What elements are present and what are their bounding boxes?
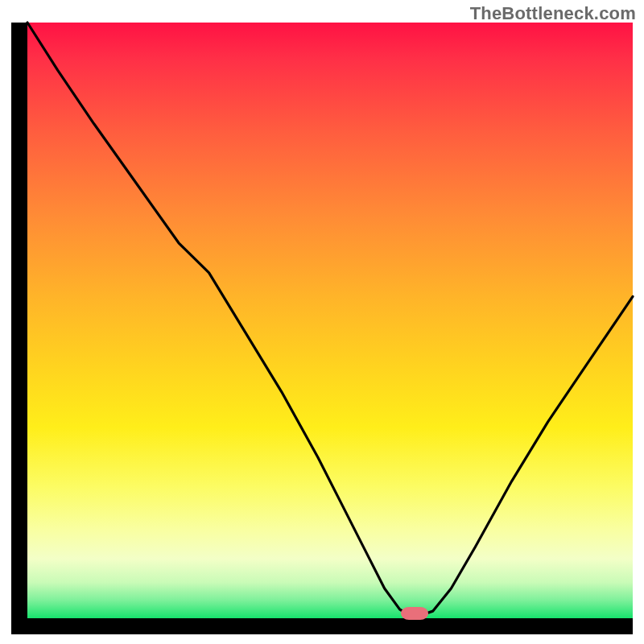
watermark-label: TheBottleneck.com (470, 3, 636, 24)
bottleneck-curve (27, 23, 633, 615)
plot-area (27, 23, 633, 618)
minimum-marker (401, 607, 428, 620)
chart-frame (11, 23, 633, 634)
curve-svg (27, 23, 633, 618)
chart-container: TheBottleneck.com (0, 0, 644, 644)
